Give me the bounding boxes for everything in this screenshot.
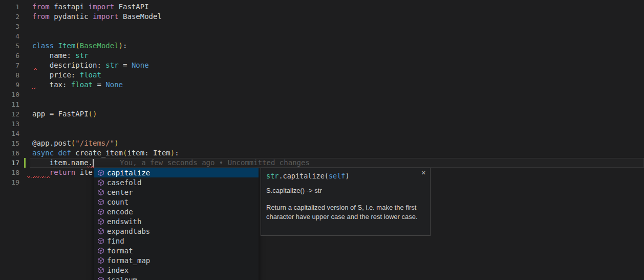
code-editor: 12345678910111213141516171819 from fasta…: [0, 0, 644, 280]
code-token: ): [170, 149, 175, 157]
suggestion-label: format_map: [107, 256, 150, 265]
method-icon: [97, 247, 104, 254]
line-number: 12: [0, 109, 19, 119]
line-number: 11: [0, 99, 19, 109]
suggestion-label: endswith: [107, 217, 141, 226]
signature-token: self: [329, 172, 346, 180]
code-line-16[interactable]: async def create_item(item: Item):: [32, 148, 179, 158]
code-token: "/items/": [75, 139, 114, 147]
code-token: (): [89, 110, 97, 118]
line-number: 15: [0, 138, 19, 148]
code-token: import: [89, 3, 115, 11]
code-line-11[interactable]: [32, 99, 179, 109]
code-line-9[interactable]: tax: float = None: [32, 80, 179, 90]
code-token: BaseModel: [119, 12, 162, 21]
method-icon: [97, 217, 104, 225]
code-token: async: [32, 149, 54, 157]
code-token: @app.post: [32, 139, 71, 147]
line-number: 6: [0, 51, 19, 61]
gutter-line-numbers: 12345678910111213141516171819: [0, 2, 19, 187]
suggestion-item-endswith[interactable]: endswith: [94, 216, 259, 226]
suggest-list: capitalizecasefoldcentercountencodeendsw…: [94, 168, 259, 280]
method-icon: [97, 169, 104, 176]
error-squiggle: [88, 166, 94, 168]
line-number: 17: [0, 158, 19, 168]
suggestion-item-find[interactable]: find: [94, 236, 259, 246]
code-line-8[interactable]: price: float: [32, 70, 179, 80]
suggestion-item-casefold[interactable]: casefold: [94, 177, 259, 187]
suggestion-item-index[interactable]: index: [94, 265, 259, 275]
error-squiggle: [32, 88, 37, 89]
code-token: app = FastAPI: [32, 110, 89, 118]
code-token: tax:: [32, 81, 71, 89]
suggestion-label: isalnum: [107, 276, 137, 280]
suggestion-label: capitalize: [107, 169, 150, 177]
code-token: (: [75, 42, 79, 50]
code-line-14[interactable]: [32, 129, 179, 138]
code-line-5[interactable]: class Item(BaseModel):: [32, 41, 179, 51]
suggestion-label: index: [107, 266, 128, 274]
suggestion-item-expandtabs[interactable]: expandtabs: [94, 226, 259, 236]
code-token: fastapi: [50, 3, 89, 11]
code-token: str: [105, 61, 118, 69]
code-token: class: [32, 42, 54, 50]
suggestion-label: format: [107, 247, 133, 255]
suggestion-item-capitalize[interactable]: capitalize: [94, 168, 259, 177]
line-number: 9: [0, 80, 19, 90]
suggestion-item-count[interactable]: count: [94, 197, 259, 207]
code-token: return: [50, 168, 76, 176]
suggestion-item-encode[interactable]: encode: [94, 207, 259, 216]
code-token: import: [93, 12, 119, 21]
suggestion-label: casefold: [107, 178, 141, 187]
suggestion-label: expandtabs: [107, 227, 150, 235]
suggest-widget: capitalizecasefoldcentercountencodeendsw…: [94, 168, 259, 280]
line-number: 13: [0, 119, 19, 129]
line-number: 4: [0, 31, 19, 41]
suggestion-item-center[interactable]: center: [94, 187, 259, 197]
suggestion-item-isalnum[interactable]: isalnum: [94, 275, 259, 280]
code-line-3[interactable]: [32, 22, 179, 31]
signature-token: .capitalize(: [278, 172, 329, 180]
method-icon: [97, 266, 104, 274]
code-token: ): [114, 139, 118, 147]
code-token: ite: [75, 168, 93, 176]
code-line-6[interactable]: name: str: [32, 51, 179, 61]
line-number: 16: [0, 148, 19, 158]
error-squiggle: [27, 176, 50, 178]
code-line-1[interactable]: from fastapi import FastAPI: [32, 2, 179, 12]
code-line-13[interactable]: [32, 119, 179, 129]
code-line-7[interactable]: description: str = None: [32, 61, 179, 70]
suggestion-item-format_map[interactable]: format_map: [94, 255, 259, 265]
close-icon[interactable]: ✕: [421, 170, 426, 176]
code-token: price:: [32, 71, 80, 79]
code-token: float: [71, 81, 93, 89]
error-squiggle: [32, 68, 37, 70]
code-line-12[interactable]: app = FastAPI(): [32, 109, 179, 119]
code-token: FastAPI: [114, 3, 148, 11]
code-line-15[interactable]: @app.post("/items/"): [32, 138, 179, 148]
suggestion-label: center: [107, 188, 133, 196]
code-token: create_item: [71, 149, 123, 157]
text-cursor: [93, 159, 94, 167]
doc-summary: S.capitalize() -> str: [266, 186, 425, 195]
line-number: 3: [0, 22, 19, 31]
method-icon: [97, 237, 104, 245]
line-number: 18: [0, 168, 19, 177]
line-number: 1: [0, 2, 19, 12]
code-line-2[interactable]: from pydantic import BaseModel: [32, 12, 179, 22]
suggestion-item-format[interactable]: format: [94, 246, 259, 255]
method-icon: [97, 276, 104, 280]
line-number: 8: [0, 70, 19, 80]
code-token: [54, 42, 58, 50]
method-icon: [97, 198, 104, 206]
code-token: [54, 149, 58, 157]
code-token: str: [75, 51, 88, 59]
line-number: 19: [0, 177, 19, 187]
code-token: description:: [32, 61, 105, 69]
code-token: float: [80, 71, 101, 79]
method-icon: [97, 208, 104, 215]
code-line-4[interactable]: [32, 31, 179, 41]
code-token: None: [105, 81, 123, 89]
code-token: item: Item: [127, 149, 170, 157]
code-line-10[interactable]: [32, 90, 179, 99]
